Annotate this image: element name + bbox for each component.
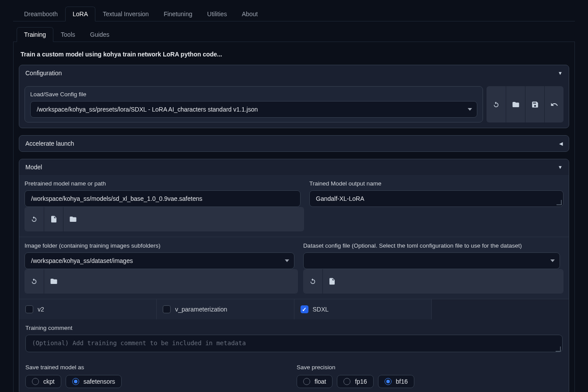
pretrained-path-input[interactable] (24, 190, 301, 207)
folder-icon (50, 277, 58, 285)
vparam-checkbox[interactable] (163, 305, 171, 313)
vparam-label: v_parameterization (175, 306, 227, 313)
radio-icon (343, 378, 350, 385)
sdxl-checkbox-cell[interactable]: SDXL (294, 299, 432, 319)
training-description: Train a custom model using kohya train n… (19, 47, 569, 65)
refresh-icon (30, 215, 38, 223)
image-folder-label: Image folder (containing training images… (24, 242, 294, 249)
accelerate-header[interactable]: Accelerate launch ◀ (19, 136, 569, 151)
model-flags-row: v2 v_parameterization SDXL (19, 299, 569, 319)
save-as-safetensors[interactable]: safetensors (66, 375, 122, 388)
model-header[interactable]: Model ▼ (19, 159, 569, 175)
model-title: Model (25, 164, 42, 171)
refresh-icon (309, 277, 317, 285)
save-icon (531, 101, 539, 108)
v2-label: v2 (38, 306, 44, 313)
output-name-label: Trained Model output name (309, 180, 564, 187)
radio-icon (385, 378, 392, 385)
dataset-config-label: Dataset config file (Optional. Select th… (303, 242, 560, 249)
vparam-checkbox-cell[interactable]: v_parameterization (157, 299, 294, 319)
save-precision-label: Save precision (297, 364, 563, 371)
pick-file-button[interactable] (322, 269, 342, 294)
folder-icon (512, 101, 520, 108)
undo-icon (550, 101, 558, 108)
tab-finetuning[interactable]: Finetuning (156, 7, 200, 21)
save-precision-radio-group: float fp16 bf16 (297, 375, 563, 388)
training-panel: Train a custom model using kohya train n… (13, 42, 575, 392)
save-prec-bf16[interactable]: bf16 (378, 375, 414, 388)
configuration-title: Configuration (25, 70, 62, 77)
save-prec-fp16[interactable]: fp16 (337, 375, 373, 388)
refresh-button[interactable] (24, 269, 44, 294)
radio-label: ckpt (43, 378, 55, 385)
pick-file-button[interactable] (44, 207, 63, 231)
configuration-header[interactable]: Configuration ▼ (19, 65, 569, 81)
save-as-label: Save trained model as (25, 364, 291, 371)
radio-icon (72, 378, 79, 385)
tab-utilities[interactable]: Utilities (200, 7, 234, 21)
tab-lora[interactable]: LoRA (65, 7, 95, 21)
dataset-config-select[interactable] (303, 252, 560, 269)
accelerate-section: Accelerate launch ◀ (19, 135, 569, 152)
refresh-button[interactable] (24, 207, 44, 231)
output-name-input[interactable] (309, 190, 564, 207)
model-section: Model ▼ Pretrained model name or path (19, 159, 569, 392)
undo-button[interactable] (544, 86, 564, 122)
accelerate-title: Accelerate launch (25, 140, 74, 147)
sdxl-checkbox[interactable] (301, 305, 308, 313)
radio-label: fp16 (355, 378, 367, 385)
training-comment-label: Training comment (25, 325, 563, 331)
pretrained-label: Pretrained model name or path (24, 180, 301, 187)
subtab-guides[interactable]: Guides (83, 27, 117, 42)
pick-folder-button[interactable] (63, 207, 82, 231)
save-prec-float[interactable]: float (297, 375, 332, 388)
tab-textual-inversion[interactable]: Textual Inversion (95, 7, 156, 21)
v2-checkbox[interactable] (25, 305, 33, 313)
config-file-label: Load/Save Config file (30, 91, 477, 98)
file-icon (50, 215, 58, 223)
radio-icon (32, 378, 39, 385)
save-button[interactable] (525, 86, 544, 122)
flags-spacer (432, 299, 569, 319)
sdxl-label: SDXL (313, 306, 329, 313)
radio-icon (303, 378, 310, 385)
refresh-icon (492, 101, 500, 108)
tab-dreambooth[interactable]: Dreambooth (17, 7, 65, 21)
tab-about[interactable]: About (234, 7, 266, 21)
sub-tabs: Training Tools Guides (13, 27, 575, 42)
folder-icon (69, 215, 77, 223)
subtab-training[interactable]: Training (17, 27, 53, 42)
chevron-down-icon: ▼ (558, 70, 563, 76)
file-icon (328, 277, 336, 285)
save-as-ckpt[interactable]: ckpt (25, 375, 61, 388)
subtab-tools[interactable]: Tools (53, 27, 83, 42)
config-file-select[interactable] (30, 101, 477, 118)
v2-checkbox-cell[interactable]: v2 (19, 299, 157, 319)
training-comment-input[interactable] (25, 335, 563, 352)
refresh-button[interactable] (486, 86, 506, 122)
refresh-icon (30, 277, 38, 285)
radio-label: float (315, 378, 326, 385)
refresh-button[interactable] (303, 269, 322, 294)
open-folder-button[interactable] (506, 86, 525, 122)
chevron-down-icon: ▼ (558, 164, 563, 170)
chevron-left-icon: ◀ (559, 141, 563, 147)
image-folder-select[interactable] (24, 252, 294, 269)
save-as-radio-group: ckpt safetensors (25, 375, 291, 388)
radio-label: safetensors (84, 378, 115, 385)
main-tabs: Dreambooth LoRA Textual Inversion Finetu… (13, 6, 575, 21)
radio-label: bf16 (396, 378, 408, 385)
configuration-section: Configuration ▼ Load/Save Config file (19, 65, 569, 128)
pick-folder-button[interactable] (44, 269, 63, 294)
